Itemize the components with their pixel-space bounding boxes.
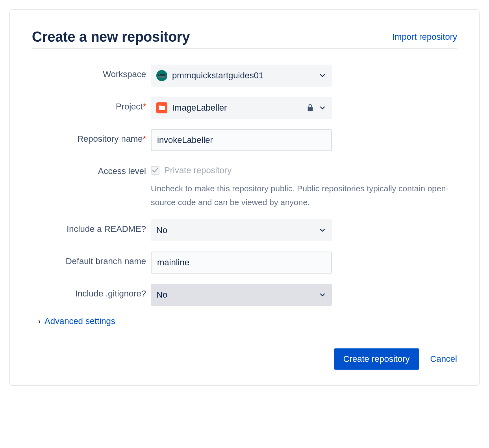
workspace-avatar-icon [156,70,167,81]
label-repo-name: Repository name* [32,129,151,144]
label-workspace: Workspace [32,65,151,80]
label-branch: Default branch name [32,252,151,267]
advanced-settings-toggle[interactable]: › Advanced settings [38,316,457,326]
svg-rect-1 [158,76,165,78]
header-row: Create a new repository Import repositor… [32,29,457,49]
chevron-right-icon: › [38,317,41,326]
access-help-text: Uncheck to make this repository public. … [151,182,457,209]
gitignore-value: No [156,290,167,300]
readme-value: No [156,225,167,235]
readme-select[interactable]: No [151,219,332,241]
repo-name-input[interactable] [151,129,332,151]
gitignore-select[interactable]: No [151,284,332,306]
branch-name-input[interactable] [151,252,332,274]
workspace-select[interactable]: pmmquickstartguides01 [151,65,332,87]
chevron-down-icon [319,226,326,234]
label-gitignore: Include .gitignore? [32,284,151,299]
svg-rect-2 [159,75,160,75]
chevron-down-icon [319,72,326,80]
workspace-value: pmmquickstartguides01 [172,70,263,81]
row-readme: Include a README? No [32,219,457,241]
create-repository-button[interactable]: Create repository [334,348,419,370]
row-gitignore: Include .gitignore? No [32,284,457,306]
row-access: Access level Private repository Uncheck … [32,161,457,209]
cancel-button[interactable]: Cancel [430,354,457,364]
project-select[interactable]: ImageLabeller [151,97,332,119]
create-repo-card: Create a new repository Import repositor… [9,9,480,386]
project-folder-icon [156,102,167,113]
import-repository-link[interactable]: Import repository [392,32,457,42]
row-project: Project* ImageLabeller [32,97,457,119]
chevron-down-icon [319,104,326,112]
project-value: ImageLabeller [172,103,227,113]
private-repo-label: Private repository [164,165,232,176]
label-readme: Include a README? [32,219,151,234]
label-project: Project* [32,97,151,112]
chevron-down-icon [319,291,326,299]
row-branch: Default branch name [32,252,457,274]
lock-icon [306,104,315,112]
label-access: Access level [32,161,151,176]
row-repo-name: Repository name* [32,129,457,151]
page-title: Create a new repository [32,29,190,45]
advanced-settings-label: Advanced settings [44,316,115,326]
footer: Create repository Cancel [32,348,457,370]
private-repo-checkbox[interactable] [151,166,159,175]
row-workspace: Workspace pmmquickstartguides01 [32,65,457,87]
